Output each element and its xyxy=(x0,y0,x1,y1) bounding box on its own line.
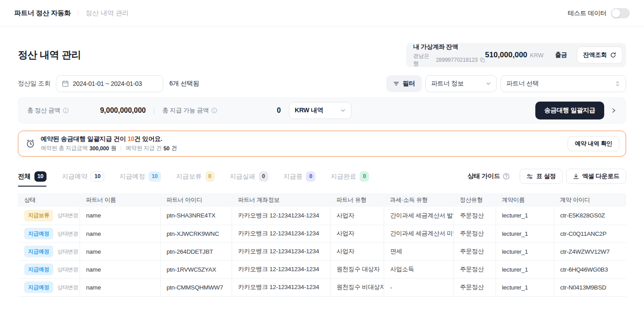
virtual-account-balance-card: 내 가상계좌 잔액 경남은행 28999770218123 510,000,00… xyxy=(406,43,626,67)
col-status: 상태 xyxy=(18,193,80,207)
col-partner-account: 파트너 계좌정보 xyxy=(232,193,330,207)
tab-label: 지급예정 xyxy=(119,172,145,181)
status-guide-link[interactable]: 상태 가이드 xyxy=(467,172,510,180)
settlement-date-label: 정산일 조회 xyxy=(18,80,51,88)
partner-name-cell: name xyxy=(80,278,160,296)
nav-current-page: 정산 내역 관리 xyxy=(85,9,129,17)
partner-account-cell: 카카오뱅크 12-12341234-1234 xyxy=(232,225,330,243)
copy-icon[interactable] xyxy=(480,57,485,63)
tab-count-badge: 0 xyxy=(205,171,215,182)
contract-id-cell: ctr-Z4WZWV12W7 xyxy=(554,243,626,260)
tax-type-cell: 간이과세 세금계산서 발행 xyxy=(384,207,453,225)
date-range-input[interactable]: 2024-01-01 ~ 2024-01-03 xyxy=(56,75,163,92)
table-row: 지급예정 상태변경 name ptn-XJWCRK9WNC 카카오뱅크 12-1… xyxy=(18,225,626,243)
status-change-link[interactable]: 상태변경 xyxy=(57,266,80,273)
tab-label: 지급보류 xyxy=(176,172,202,181)
balance-amount: 510,000,000 xyxy=(485,51,528,60)
col-tax-type: 과세·소득 유형 xyxy=(384,193,453,207)
contract-id-cell: ctr-E5K828GS0Z xyxy=(554,207,626,225)
tab-지급실패[interactable]: 지급실패 0 xyxy=(230,168,268,184)
partner-name-cell: name xyxy=(80,243,160,260)
test-data-toggle[interactable] xyxy=(611,8,630,18)
bulk-pay-button[interactable]: 송금대행 일괄지급 xyxy=(535,102,604,119)
payable-label: 총 지급 가능 금액 xyxy=(162,106,209,115)
bank-name: 경남은행 xyxy=(413,52,434,68)
tab-count-badge: 10 xyxy=(34,171,47,182)
check-balance-button[interactable]: 잔액조회 xyxy=(577,47,623,64)
partner-info-dropdown[interactable]: 파트너 정보 xyxy=(425,75,497,92)
status-badge: 지급예정 xyxy=(24,246,53,257)
tab-전체[interactable]: 전체 10 xyxy=(18,168,47,184)
excel-download-button[interactable]: 엑셀 다운로드 xyxy=(566,169,626,184)
chevron-down-icon xyxy=(340,108,346,113)
divider xyxy=(154,107,154,114)
tab-label: 전체 xyxy=(18,172,31,181)
tab-count-badge: 0 xyxy=(306,171,315,182)
partner-type-cell: 사업자 xyxy=(330,207,384,225)
tax-type-cell: 사업소득 xyxy=(384,260,453,278)
settlement-type-cell: 주문정산 xyxy=(453,278,496,296)
tax-type-cell: 면세 xyxy=(384,243,453,260)
reservation-detail-button[interactable]: 예약 내역 확인 xyxy=(568,136,619,151)
settlement-type-cell: 주문정산 xyxy=(453,243,496,260)
chevron-right-icon[interactable] xyxy=(610,107,617,114)
partner-type-cell: 사업자 xyxy=(330,243,384,260)
reserved-amount: 300,000 xyxy=(89,145,109,152)
partner-id-cell: ptn-1RVWC5ZYAX xyxy=(160,260,232,278)
table-body: 지급보류 상태변경 name ptn-SHA3NRE4TX 카카오뱅크 12-1… xyxy=(18,207,626,296)
settlement-type-cell: 주문정산 xyxy=(453,225,496,243)
partner-select-combobox[interactable]: 파트너 선택 xyxy=(500,75,626,92)
withdraw-button[interactable]: 출금 xyxy=(555,51,567,59)
info-icon[interactable] xyxy=(211,107,217,114)
tab-count-badge: 10 xyxy=(91,171,104,182)
app-title: 파트너 정산 자동화 xyxy=(14,9,71,17)
tab-지급예약[interactable]: 지급예약 10 xyxy=(62,168,104,184)
status-change-link[interactable]: 상태변경 xyxy=(57,248,80,255)
alarm-icon xyxy=(25,139,35,149)
tab-label: 지급중 xyxy=(284,172,303,181)
top-nav: 파트너 정산 자동화 정산 내역 관리 테스트 데이터 xyxy=(0,0,644,27)
download-icon xyxy=(573,173,579,179)
page-title: 정산 내역 관리 xyxy=(18,48,81,62)
info-icon[interactable] xyxy=(63,107,69,114)
table-row: 지급예정 상태변경 name ptn-CMMSQHMWW7 카카오뱅크 12-1… xyxy=(18,278,626,296)
status-change-link[interactable]: 상태변경 xyxy=(57,284,80,291)
tab-count-badge: 10 xyxy=(148,171,161,182)
tab-지급예정[interactable]: 지급예정 10 xyxy=(119,168,161,184)
filter-button[interactable]: 필터 xyxy=(386,75,422,92)
partner-account-cell: 카카오뱅크 12-12341234-1234 xyxy=(232,207,330,225)
selected-count: 6개 선택됨 xyxy=(169,80,199,88)
partner-name-cell: name xyxy=(80,260,160,278)
contract-name-cell: lecturer_1 xyxy=(496,260,554,278)
notice-title: 예약된 송금대행 일괄지급 건이 10건 있어요. xyxy=(41,135,177,143)
partner-id-cell: ptn-XJWCRK9WNC xyxy=(160,225,232,243)
table-row: 지급보류 상태변경 name ptn-SHA3NRE4TX 카카오뱅크 12-1… xyxy=(18,207,626,225)
divider xyxy=(121,146,121,151)
contract-name-cell: lecturer_1 xyxy=(496,225,554,243)
date-range-value: 2024-01-01 ~ 2024-01-03 xyxy=(73,80,142,87)
currency-history-dropdown[interactable]: KRW 내역 xyxy=(289,102,352,119)
tab-지급완료[interactable]: 지급완료 0 xyxy=(330,168,369,184)
table-row: 지급예정 상태변경 name ptn-264DDETJBT 카카오뱅크 12-1… xyxy=(18,243,626,260)
partner-type-cell: 원천징수 대상자 xyxy=(330,260,384,278)
tab-count-badge: 0 xyxy=(360,171,369,182)
partner-type-cell: 사업자 xyxy=(330,225,384,243)
status-change-link[interactable]: 상태변경 xyxy=(57,212,80,219)
reservation-notice-banner: 예약된 송금대행 일괄지급 건이 10건 있어요. 예약된 총 지급금액300,… xyxy=(18,131,626,157)
tab-지급보류[interactable]: 지급보류 0 xyxy=(176,168,215,184)
partner-account-cell: 카카오뱅크 12-12341234-1234 xyxy=(232,278,330,296)
tab-지급중[interactable]: 지급중 0 xyxy=(284,168,316,184)
partner-type-cell: 원천징수 비대상자 xyxy=(330,278,384,296)
sliders-icon xyxy=(526,173,533,180)
tab-label: 지급예약 xyxy=(62,172,87,181)
col-partner-type: 파트너 유형 xyxy=(330,193,384,207)
settlement-type-cell: 주문정산 xyxy=(453,207,496,225)
reserved-pay-count: 50 xyxy=(163,145,169,152)
status-change-link[interactable]: 상태변경 xyxy=(57,230,80,238)
status-badge: 지급보류 xyxy=(24,210,53,221)
table-row: 지급예정 상태변경 name ptn-1RVWC5ZYAX 카카오뱅크 12-1… xyxy=(18,260,626,278)
contract-name-cell: lecturer_1 xyxy=(496,278,554,296)
total-settlement-value: 9,000,000,000 xyxy=(100,106,146,115)
breadcrumb: 파트너 정산 자동화 정산 내역 관리 xyxy=(14,9,129,17)
table-settings-button[interactable]: 표 설정 xyxy=(520,169,562,184)
